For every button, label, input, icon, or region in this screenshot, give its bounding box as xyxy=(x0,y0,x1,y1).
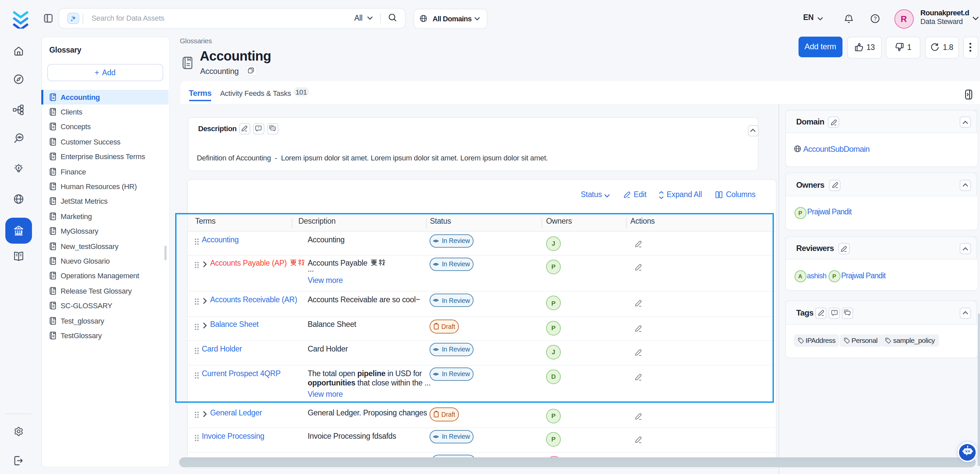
svg-text:?: ? xyxy=(833,310,835,314)
svg-text:?: ? xyxy=(258,126,259,130)
svg-text:?: ? xyxy=(874,16,877,22)
